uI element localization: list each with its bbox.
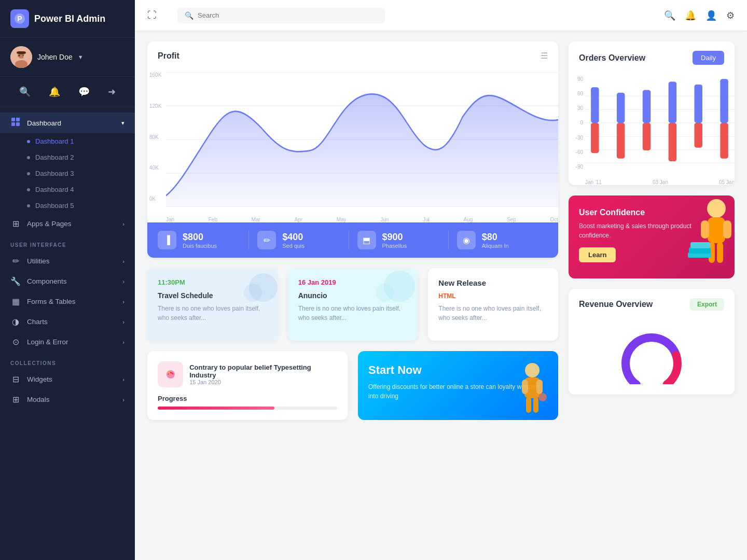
search-icon: 🔍	[185, 11, 193, 20]
stat-item-2: ⬒ $900 Phasellus	[349, 231, 449, 249]
brand-icon: P	[10, 9, 29, 28]
dashboard-label: Dashboard	[27, 119, 115, 127]
user-dropdown-icon: ▼	[78, 54, 84, 60]
svg-rect-24	[522, 380, 528, 394]
new-release-text: There is no one who loves pain itself, w…	[438, 304, 548, 323]
search-icon[interactable]: 🔍	[15, 84, 35, 100]
chat-icon[interactable]: 💬	[74, 84, 94, 100]
confidence-figure	[683, 195, 735, 278]
sidebar-item-modals[interactable]: ⊞ Modals ›	[0, 389, 135, 410]
topbar-icon-group: 🔍 🔔 👤 ⚙	[664, 10, 735, 21]
orders-y-labels: 90 60 30 0 -30 -60 -90	[569, 76, 585, 170]
collections-title: COLLECTIONS	[0, 352, 135, 369]
stat-label-0: Duis faucibus	[183, 243, 217, 249]
sidebar-item-charts[interactable]: ◑ Charts ›	[0, 312, 135, 332]
svg-rect-43	[694, 85, 702, 123]
utilities-label: Utilities	[27, 257, 116, 265]
topbar-settings-icon[interactable]: ⚙	[726, 10, 735, 21]
sidebar-item-widgets[interactable]: ⊟ Widgets ›	[0, 369, 135, 389]
topbar-user-icon[interactable]: 👤	[706, 10, 717, 21]
sidebar-item-dashboard5[interactable]: Dashboard 5	[0, 198, 135, 214]
stat-label-1: Sed quis	[282, 243, 305, 249]
travel-card: 11:30PM Travel Schedule There is no one …	[147, 268, 278, 341]
stat-item-0: ▐ $800 Duis faucibus	[158, 231, 249, 249]
dashboard2-label: Dashboard 2	[35, 153, 74, 161]
orders-daily-btn[interactable]: Daily	[693, 51, 724, 65]
sidebar-item-dashboard[interactable]: Dashboard ▾	[0, 113, 135, 133]
svg-rect-11	[16, 118, 20, 121]
start-now-figure	[511, 361, 553, 420]
news-header: Contrary to popular belief Typesetting I…	[158, 361, 337, 387]
profit-x-labels: Jan Feb Mar Apr May Jun Jul Aug Sep Oct	[166, 217, 558, 222]
dashboard5-label: Dashboard 5	[35, 202, 74, 209]
sidebar-item-forms[interactable]: ▦ Forms & Tables ›	[0, 291, 135, 312]
forms-icon: ▦	[10, 297, 21, 306]
anuncio-card: 16 Jan 2019 Anuncio There is no one who …	[288, 268, 418, 341]
info-cards-row: 11:30PM Travel Schedule There is no one …	[147, 268, 558, 341]
topbar-bell-icon[interactable]: 🔔	[685, 10, 696, 21]
avatar	[10, 46, 32, 68]
stat-value-0: $800	[183, 232, 217, 243]
dashboard4-label: Dashboard 4	[35, 186, 74, 193]
profit-menu-icon[interactable]: ☰	[541, 51, 548, 61]
learn-btn[interactable]: Learn	[579, 247, 616, 262]
stat-value-2: $900	[382, 232, 407, 243]
revenue-title: Revenue Overview	[579, 300, 653, 309]
widgets-icon: ⊟	[10, 374, 21, 384]
svg-rect-52	[717, 242, 723, 263]
search-input[interactable]	[198, 11, 312, 19]
sidebar-item-apps[interactable]: ⊞ Apps & Pages ›	[0, 214, 135, 234]
export-btn[interactable]: Export	[690, 298, 724, 311]
svg-point-22	[525, 363, 540, 377]
main-content: ⛶ 🔍 🔍 🔔 👤 ⚙ Profit ☰	[135, 0, 747, 560]
anuncio-text: There is no one who loves pain itself, w…	[298, 304, 408, 323]
charts-icon: ◑	[10, 317, 21, 327]
sidebar-item-dashboard3[interactable]: Dashboard 3	[0, 165, 135, 181]
svg-rect-8	[17, 51, 26, 54]
stat-value-3: $80	[482, 232, 509, 243]
orders-card: Orders Overview Daily 90 60 30 0 -30 -60…	[569, 41, 735, 185]
sidebar-navigation: Dashboard ▾ Dashboard 1 Dashboard 2 Dash…	[0, 107, 135, 560]
stat-item-3: ◉ $80 Aliquam In	[449, 231, 548, 249]
svg-rect-36	[591, 123, 599, 153]
svg-rect-46	[720, 123, 728, 159]
sidebar-item-utilities[interactable]: ✏ Utilities ›	[0, 251, 135, 271]
news-card: Contrary to popular belief Typesetting I…	[147, 351, 348, 420]
orders-chart-svg	[585, 76, 735, 170]
nav-dot	[27, 172, 30, 175]
sidebar-icon-bar: 🔍 🔔 💬 ➜	[0, 77, 135, 107]
sidebar-item-dashboard1[interactable]: Dashboard 1	[0, 133, 135, 149]
search-bar: 🔍	[177, 8, 385, 23]
sidebar-item-dashboard4[interactable]: Dashboard 4	[0, 181, 135, 198]
svg-rect-26	[526, 397, 531, 413]
stat-icon-1: ✏	[257, 231, 276, 249]
logout-icon[interactable]: ➜	[104, 84, 120, 100]
expand-icon[interactable]: ⛶	[147, 10, 157, 21]
svg-text:P: P	[17, 15, 22, 23]
stat-label-3: Aliquam In	[482, 243, 509, 249]
orders-header: Orders Overview Daily	[569, 41, 735, 71]
stat-item-1: ✏ $400 Sed quis	[249, 231, 349, 249]
svg-rect-10	[11, 118, 15, 121]
notification-icon[interactable]: 🔔	[45, 84, 64, 100]
stat-info-1: $400 Sed quis	[282, 232, 305, 249]
dashboard1-label: Dashboard 1	[35, 137, 74, 145]
user-profile[interactable]: Johen Doe ▼	[0, 38, 135, 77]
svg-rect-35	[591, 87, 599, 123]
stat-info-3: $80 Aliquam In	[482, 232, 509, 249]
widgets-label: Widgets	[27, 375, 116, 383]
topbar-search-icon[interactable]: 🔍	[664, 10, 675, 21]
sidebar-item-dashboard2[interactable]: Dashboard 2	[0, 149, 135, 165]
brand: P Power BI Admin	[0, 0, 135, 38]
svg-point-47	[707, 199, 726, 218]
sidebar-item-components[interactable]: 🔧 Components ›	[0, 271, 135, 291]
svg-rect-13	[16, 122, 20, 126]
svg-point-6	[19, 55, 20, 57]
components-label: Components	[27, 277, 116, 285]
sidebar-item-login[interactable]: ⊙ Login & Error ›	[0, 332, 135, 352]
profit-chart-area: 160K 120K 80K 40K 0K	[147, 67, 558, 222]
stat-icon-2: ⬒	[357, 231, 376, 249]
svg-rect-44	[694, 123, 702, 148]
new-release-card: New Release HTML There is no one who lov…	[428, 268, 558, 341]
revenue-donut-area	[569, 317, 735, 395]
